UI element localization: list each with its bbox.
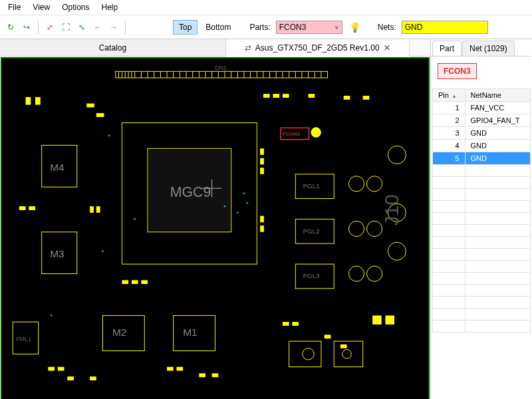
layer-top-button[interactable]: Top bbox=[173, 20, 198, 35]
svg-rect-92 bbox=[132, 280, 138, 284]
svg-point-71 bbox=[311, 127, 321, 137]
svg-text:PGL1: PGL1 bbox=[303, 182, 320, 190]
svg-text:PML1: PML1 bbox=[16, 336, 31, 342]
tab-catalog[interactable]: Catalog bbox=[0, 39, 226, 56]
tab-board-label: Asus_GTX750_DF_2GD5 Rev1.00 bbox=[255, 43, 380, 53]
redo-icon[interactable]: ↪ bbox=[20, 21, 33, 34]
zoom-out-icon[interactable]: ⤢ bbox=[43, 21, 57, 34]
svg-text:PGL2: PGL2 bbox=[303, 227, 320, 235]
svg-rect-91 bbox=[122, 280, 128, 284]
svg-point-59 bbox=[348, 176, 364, 192]
svg-point-114 bbox=[102, 250, 104, 252]
arrow-right-icon[interactable]: → bbox=[107, 21, 120, 34]
svg-rect-72 bbox=[26, 97, 31, 105]
document-tabs: Catalog ⇄ Asus_GTX750_DF_2GD5 Rev1.00 ✕ bbox=[0, 39, 430, 57]
menu-view[interactable]: View bbox=[33, 3, 50, 12]
side-tab-net[interactable]: Net (1029) bbox=[462, 41, 515, 56]
left-panel: Catalog ⇄ Asus_GTX750_DF_2GD5 Rev1.00 ✕ … bbox=[0, 39, 431, 399]
refresh-icon[interactable]: ↻ bbox=[4, 21, 17, 34]
svg-rect-99 bbox=[177, 367, 184, 371]
tab-board[interactable]: ⇄ Asus_GTX750_DF_2GD5 Rev1.00 ✕ bbox=[226, 39, 410, 57]
separator bbox=[38, 21, 39, 34]
svg-rect-87 bbox=[260, 158, 264, 165]
menu-options[interactable]: Options bbox=[62, 3, 89, 12]
svg-rect-103 bbox=[292, 322, 299, 326]
bulb-icon[interactable]: 💡 bbox=[349, 22, 360, 33]
side-tabs: Part Net (1029) bbox=[432, 41, 531, 57]
pin-table: Pin NetName 1FAN_VCC 2GPIO4_FAN_T 3GND 4… bbox=[432, 88, 531, 332]
svg-point-112 bbox=[246, 202, 248, 204]
menu-file[interactable]: File bbox=[8, 3, 21, 12]
svg-point-113 bbox=[108, 134, 110, 136]
svg-rect-94 bbox=[48, 367, 55, 371]
svg-text:M4: M4 bbox=[50, 162, 65, 173]
svg-rect-78 bbox=[283, 94, 289, 98]
close-icon[interactable]: ✕ bbox=[384, 43, 390, 53]
svg-rect-95 bbox=[58, 367, 65, 371]
menu-help[interactable]: Help bbox=[102, 3, 118, 12]
svg-point-65 bbox=[388, 146, 406, 164]
svg-point-108 bbox=[134, 218, 136, 220]
parts-value: FCON3 bbox=[279, 23, 307, 32]
toolbar: ↻ ↪ ⤢ ⛶ ⤡ ← → Top Bottom Parts: FCON3 ∨ … bbox=[0, 15, 532, 39]
svg-rect-90 bbox=[260, 225, 264, 232]
parts-dropdown[interactable]: FCON3 ∨ bbox=[276, 21, 342, 34]
separator bbox=[125, 21, 126, 34]
svg-rect-102 bbox=[283, 322, 289, 326]
main-area: Catalog ⇄ Asus_GTX750_DF_2GD5 Rev1.00 ✕ … bbox=[0, 39, 532, 399]
svg-point-119 bbox=[342, 350, 352, 359]
table-row[interactable]: 2GPIO4_FAN_T bbox=[433, 114, 531, 127]
table-row[interactable]: 3GND bbox=[433, 127, 531, 140]
table-row[interactable]: 1FAN_VCC bbox=[433, 102, 531, 114]
svg-text:MGC9: MGC9 bbox=[170, 184, 211, 200]
nets-label: Nets: bbox=[378, 23, 396, 32]
svg-text:M2: M2 bbox=[112, 327, 126, 338]
parts-label: Parts: bbox=[249, 23, 270, 32]
arrow-left-icon[interactable]: ← bbox=[91, 21, 104, 34]
svg-rect-116 bbox=[289, 341, 321, 367]
svg-rect-77 bbox=[273, 94, 279, 98]
svg-rect-96 bbox=[67, 376, 74, 380]
pin-table-body: 1FAN_VCC 2GPIO4_FAN_T 3GND 4GND 5GND bbox=[433, 102, 531, 332]
svg-rect-101 bbox=[212, 373, 219, 377]
svg-point-61 bbox=[348, 221, 364, 236]
svg-rect-75 bbox=[96, 113, 104, 117]
svg-text:J10: J10 bbox=[381, 194, 402, 225]
table-row[interactable]: 4GND bbox=[433, 140, 531, 152]
menubar: File View Options Help bbox=[0, 0, 532, 15]
col-netname[interactable]: NetName bbox=[465, 89, 530, 102]
svg-text:FCON3: FCON3 bbox=[283, 131, 300, 137]
svg-rect-98 bbox=[167, 367, 174, 371]
zoom-in-icon[interactable]: ⤡ bbox=[75, 21, 88, 34]
svg-rect-81 bbox=[363, 96, 370, 100]
chevron-down-icon: ∨ bbox=[334, 24, 339, 31]
svg-point-64 bbox=[366, 266, 382, 281]
nets-field[interactable]: GND bbox=[402, 21, 488, 34]
col-pin[interactable]: Pin bbox=[433, 89, 466, 102]
pcb-viewer[interactable]: DN1 MGC9 M4 M3 M2 M1 bbox=[1, 57, 430, 399]
svg-point-62 bbox=[366, 221, 382, 236]
side-tab-part[interactable]: Part bbox=[432, 41, 462, 56]
svg-point-110 bbox=[237, 211, 239, 213]
side-panel: Part Net (1029) FCON3 Pin NetName 1FAN_V… bbox=[431, 39, 532, 399]
svg-rect-84 bbox=[90, 206, 94, 213]
svg-rect-82 bbox=[19, 206, 26, 210]
svg-rect-74 bbox=[86, 104, 94, 108]
selected-part-badge: FCON3 bbox=[438, 63, 477, 79]
svg-rect-86 bbox=[260, 148, 264, 155]
svg-text:PGL3: PGL3 bbox=[303, 272, 320, 279]
svg-point-118 bbox=[303, 348, 314, 360]
svg-point-109 bbox=[224, 205, 226, 207]
svg-rect-107 bbox=[386, 315, 395, 325]
shuffle-icon: ⇄ bbox=[245, 43, 251, 53]
svg-rect-73 bbox=[35, 97, 41, 105]
svg-text:M3: M3 bbox=[50, 248, 64, 259]
svg-text:M1: M1 bbox=[183, 327, 197, 338]
svg-rect-80 bbox=[344, 96, 350, 100]
zoom-fit-icon[interactable]: ⛶ bbox=[59, 21, 72, 34]
svg-rect-85 bbox=[96, 206, 100, 213]
layer-bottom-button[interactable]: Bottom bbox=[200, 21, 236, 34]
svg-point-115 bbox=[51, 315, 53, 317]
table-row[interactable]: 5GND bbox=[433, 152, 531, 165]
svg-rect-117 bbox=[334, 341, 362, 367]
